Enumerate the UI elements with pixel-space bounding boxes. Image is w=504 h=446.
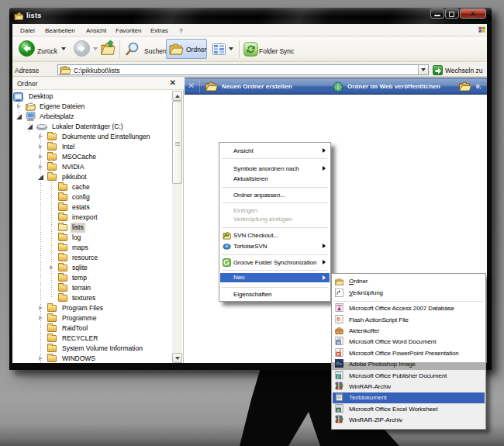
svg-text:fl: fl	[337, 316, 340, 322]
svg-text:W: W	[337, 341, 340, 345]
